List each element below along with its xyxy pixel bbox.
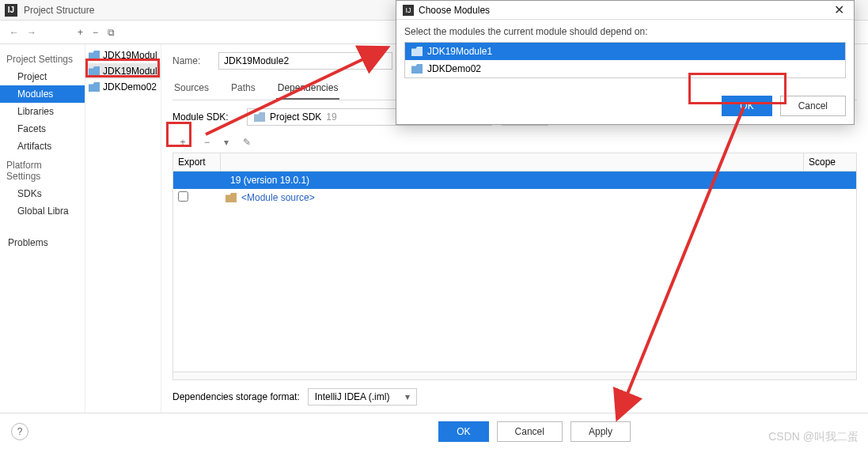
col-scope: Scope: [804, 153, 856, 171]
sidebar-item-artifacts[interactable]: Artifacts: [0, 138, 85, 155]
module-choice-item[interactable]: JDKDemo02: [405, 60, 845, 77]
close-icon[interactable]: ✕: [831, 2, 847, 17]
dep-toolbar: + − ▾ ✎: [172, 135, 857, 149]
cancel-button[interactable]: Cancel: [497, 421, 563, 442]
dep-row[interactable]: <Module source>: [173, 189, 856, 206]
dialog-footer: ? OK Cancel Apply: [0, 413, 868, 449]
sidebar-item-problems[interactable]: Problems: [0, 234, 85, 251]
name-label: Name:: [172, 55, 210, 66]
forward-icon[interactable]: →: [27, 27, 36, 38]
storage-format-dropdown[interactable]: IntelliJ IDEA (.iml) ▾: [308, 388, 418, 406]
dialog-title: Choose Modules: [419, 5, 490, 16]
module-choice-item[interactable]: JDK19Module1: [405, 43, 845, 60]
add-dependency-button[interactable]: +: [176, 135, 190, 149]
sdk-icon: [254, 112, 265, 122]
dep-row[interactable]: 19 (version 19.0.1): [173, 172, 856, 189]
sidebar-header-platform: Platform Settings: [0, 155, 85, 185]
apply-button[interactable]: Apply: [570, 421, 631, 442]
dialog-titlebar: IJChoose Modules ✕: [396, 1, 854, 20]
dialog-ok-button[interactable]: OK: [722, 96, 771, 116]
module-icon: [411, 47, 423, 56]
module-choice-list: JDK19Module1 JDKDemo02: [404, 42, 846, 78]
window-title: Project Structure: [24, 5, 94, 16]
col-export: Export: [173, 153, 221, 171]
folder-icon: [226, 193, 237, 202]
storage-format-label: Dependencies storage format:: [172, 391, 300, 402]
module-icon: [89, 51, 100, 60]
edit-dependency-icon[interactable]: ✎: [243, 137, 251, 148]
tab-paths[interactable]: Paths: [229, 77, 257, 100]
remove-dependency-button[interactable]: −: [204, 137, 210, 148]
back-icon[interactable]: ←: [9, 27, 19, 38]
module-icon: [89, 66, 100, 76]
sidebar-item-sdks[interactable]: SDKs: [0, 185, 85, 202]
module-item[interactable]: JDK19Modul: [85, 47, 161, 63]
help-button[interactable]: ?: [11, 423, 28, 440]
dialog-prompt: Select the modules the current module sh…: [404, 26, 846, 37]
module-icon: [89, 82, 100, 92]
reorder-icon[interactable]: ▾: [224, 137, 229, 148]
module-list: JDK19Modul JDK19Modul JDKDemo02: [85, 44, 161, 413]
module-icon: [411, 64, 423, 74]
dialog-cancel-button[interactable]: Cancel: [780, 96, 846, 116]
choose-modules-dialog: IJChoose Modules ✕ Select the modules th…: [396, 0, 855, 125]
add-icon[interactable]: +: [78, 27, 83, 38]
sidebar: Project Settings Project Modules Librari…: [0, 44, 85, 413]
module-item[interactable]: JDKDemo02: [85, 79, 161, 95]
sidebar-item-facets[interactable]: Facets: [0, 120, 85, 138]
module-sdk-label: Module SDK:: [172, 111, 237, 123]
sidebar-header-project: Project Settings: [0, 49, 85, 68]
nav-arrows: ← →: [0, 27, 46, 38]
watermark: CSDN @叫我二蛋: [768, 430, 859, 444]
ok-button[interactable]: OK: [438, 421, 488, 442]
dialog-footer: OK Cancel: [396, 88, 854, 124]
chevron-down-icon: ▾: [405, 391, 410, 402]
app-icon: IJ: [403, 5, 414, 16]
app-icon: IJ: [5, 4, 17, 17]
dependencies-table: Export Scope 19 (version 19.0.1) <Module…: [172, 153, 857, 380]
sidebar-item-project[interactable]: Project: [0, 68, 85, 85]
sidebar-item-libraries[interactable]: Libraries: [0, 103, 85, 120]
tab-dependencies[interactable]: Dependencies: [276, 77, 340, 100]
copy-icon[interactable]: ⧉: [108, 27, 115, 38]
module-name-input[interactable]: [218, 52, 392, 70]
sidebar-item-modules[interactable]: Modules: [0, 85, 85, 103]
sidebar-item-global-libraries[interactable]: Global Libra: [0, 202, 85, 220]
dep-header: Export Scope: [173, 153, 856, 172]
list-tools: + − ⧉: [78, 27, 115, 38]
remove-icon[interactable]: −: [93, 27, 98, 38]
module-item[interactable]: JDK19Modul: [85, 63, 161, 79]
export-checkbox[interactable]: [178, 191, 188, 202]
tab-sources[interactable]: Sources: [172, 77, 210, 100]
